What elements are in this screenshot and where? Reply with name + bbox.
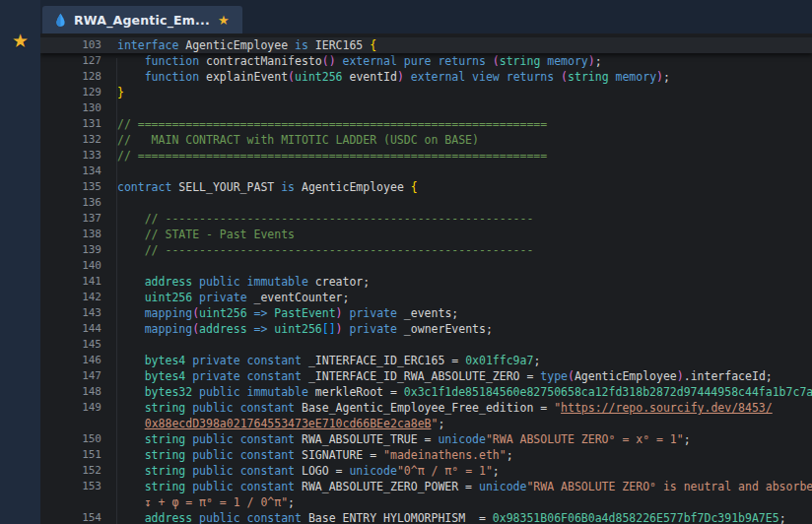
code-token: string (568, 70, 609, 84)
code-token: uint256 (274, 322, 321, 336)
code-text: bytes4 private constant _INTERFACE_ID_ER… (102, 353, 812, 368)
code-token: ) (336, 306, 343, 320)
code-line[interactable]: 153 string public constant RWA_ABSOLUTE_… (40, 479, 812, 494)
code-token: private constant (185, 354, 302, 367)
line-number: 137 (40, 211, 102, 227)
code-text (102, 195, 812, 211)
code-line[interactable]: 134 (40, 164, 812, 179)
code-token: explainEvent (206, 70, 288, 84)
code-token: // MAIN CONTRACT with MITOTIC LADDER (US… (117, 133, 479, 147)
code-token: ) (336, 322, 343, 336)
code-token (117, 495, 145, 509)
code-token: _events; (397, 306, 458, 320)
code-token: bytes32 (117, 385, 192, 399)
code-line[interactable]: 144 mapping(address => uint256[]) privat… (40, 321, 812, 337)
code-line[interactable]: 140 (40, 258, 812, 274)
code-token: IERC165 (315, 38, 370, 52)
line-number: 136 (40, 195, 102, 211)
code-text (102, 258, 812, 274)
code-token: ; (438, 417, 444, 430)
code-line[interactable]: 148 bytes32 public immutable merkleRoot … (40, 384, 812, 400)
code-token: public immutable (192, 275, 308, 289)
code-token: string (500, 54, 541, 68)
code-line[interactable]: 143 mapping(uint256 => PastEvent) privat… (40, 305, 812, 321)
code-line[interactable]: 131// ==================================… (40, 116, 812, 132)
solidity-droplet-icon (55, 13, 66, 28)
code-line[interactable]: 142 uint256 private _eventCounter; (40, 290, 812, 305)
sourcify-link[interactable]: 0x88ecdD398a021764553473eE710cd66BEe2ca8… (145, 417, 432, 430)
code-line[interactable]: 130 (40, 100, 812, 116)
code-line[interactable]: 127 function contractManifesto() externa… (40, 53, 812, 69)
code-token: ; (663, 70, 670, 84)
code-token: type (540, 369, 568, 383)
code-line[interactable]: 128 function explainEvent(uint256 eventI… (40, 69, 812, 85)
code-line[interactable]: 133// ==================================… (40, 148, 812, 164)
code-line[interactable]: 139 // ---------------------------------… (40, 242, 812, 258)
code-token: "RWA ABSOLUTE ZERO⁰ is neutral and absor… (526, 480, 812, 493)
line-number: 134 (40, 164, 102, 179)
code-text: function contractManifesto() external pu… (102, 53, 812, 69)
favorites-star-icon[interactable]: ★ (12, 30, 29, 51)
code-line[interactable]: 151 string public constant SIGNATURE = "… (40, 447, 812, 463)
code-line[interactable]: 132// MAIN CONTRACT with MITOTIC LADDER … (40, 132, 812, 148)
code-line[interactable]: 0x88ecdD398a021764553473eE710cd66BEe2ca8… (40, 416, 812, 431)
code-token: external pure returns (336, 54, 493, 68)
code-token: address (199, 322, 246, 336)
sticky-scroll-line[interactable]: 103interface AgenticEmployee is IERC165 … (40, 37, 812, 53)
line-number: 143 (40, 305, 102, 321)
activity-bar: ★ (0, 0, 40, 524)
tab-pin-star-icon[interactable]: ★ (218, 14, 230, 27)
code-text: address public constant Base_ENTRY_HYLOM… (102, 510, 812, 524)
code-line[interactable]: 154 address public constant Base_ENTRY_H… (40, 510, 812, 524)
code-token: ; (493, 464, 500, 478)
code-token: private (343, 306, 397, 320)
line-number: 145 (40, 337, 102, 353)
tab-title: RWA_Agentic_Em... (74, 13, 210, 28)
code-editor[interactable]: 103interface AgenticEmployee is IERC165 … (40, 33, 812, 524)
code-line[interactable]: 135contract SELL_YOUR_PAST is AgenticEmp… (40, 179, 812, 195)
code-token: ) (588, 54, 595, 68)
sourcify-link[interactable]: https://repo.sourcify.dev/8453/ (561, 401, 773, 415)
code-line[interactable]: 137 // ---------------------------------… (40, 211, 812, 227)
code-token: ) (397, 70, 404, 84)
code-token: contractManifesto (206, 54, 322, 68)
code-token: mapping (117, 306, 192, 320)
code-line[interactable]: 150 string public constant RWA_ABSOLUTE_… (40, 431, 812, 447)
code-line[interactable]: 152 string public constant LOGO = unicod… (40, 463, 812, 479)
code-token: 0x98351B06F06B0a4d858226E577bf7Dc391b9A7… (493, 511, 779, 524)
code-token: string (117, 464, 185, 478)
code-token: interface (117, 38, 185, 52)
code-token: uint256 (295, 70, 342, 84)
code-line[interactable]: 147 bytes4 private constant _INTERFACE_I… (40, 368, 812, 384)
code-line[interactable]: 138 // STATE - Past Events (40, 227, 812, 242)
code-token: ; (288, 495, 295, 509)
code-token: string (117, 448, 185, 462)
code-text: function explainEvent(uint256 eventId) e… (102, 69, 812, 85)
code-token: external view returns (404, 70, 561, 84)
code-text: bytes4 private constant _INTERFACE_ID_RW… (102, 368, 812, 384)
code-line[interactable]: 146 bytes4 private constant _INTERFACE_I… (40, 353, 812, 368)
tab-rwa-agentic-file[interactable]: RWA_Agentic_Em... ★ (42, 6, 242, 33)
code-token: SELL_YOUR_PAST (178, 180, 281, 194)
code-token: AgenticEmployee (185, 38, 295, 52)
code-token: AgenticEmployee (575, 369, 677, 383)
code-line[interactable]: 129} (40, 85, 812, 100)
code-line[interactable]: ↧ + φ = π⁰ = 1 / 0^π"; (40, 494, 812, 510)
code-token: ↧ + φ = π⁰ = 1 / 0^π" (145, 495, 288, 509)
code-token: contract (117, 180, 178, 194)
code-line[interactable]: 141 address public immutable creator; (40, 274, 812, 290)
code-token (117, 417, 145, 430)
code-text: contract SELL_YOUR_PAST is AgenticEmploy… (102, 179, 812, 195)
code-text (102, 164, 812, 179)
code-token: string (117, 480, 185, 493)
line-number: 103 (40, 37, 102, 53)
code-token: => (247, 306, 275, 320)
code-line[interactable]: 149 string public constant Base_Agentic_… (40, 400, 812, 416)
code-token: ; (533, 354, 540, 367)
code-token: } (117, 86, 124, 99)
code-line[interactable]: 145 (40, 337, 812, 353)
code-text: address public immutable creator; (102, 274, 812, 290)
line-number: 151 (40, 447, 102, 463)
code-line[interactable]: 136 (40, 195, 812, 211)
code-text: string public constant RWA_ABSOLUTE_TRUE… (102, 431, 812, 447)
